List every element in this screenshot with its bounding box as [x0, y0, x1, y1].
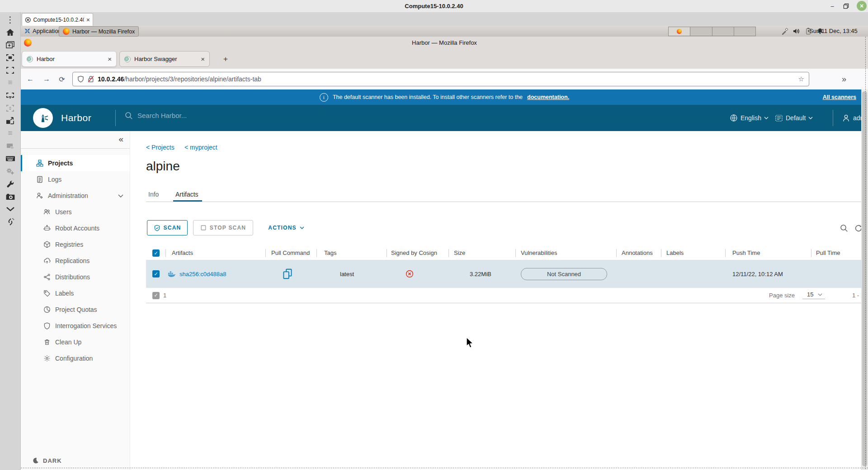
- sidebar-item-projects[interactable]: Projects: [21, 155, 130, 171]
- scaled-mode-icon[interactable]: [4, 53, 17, 62]
- scrollbar-thumb[interactable]: [862, 91, 867, 466]
- sidebar-item-project-quotas[interactable]: Project Quotas: [21, 301, 130, 318]
- kebab-menu-icon[interactable]: ⋮: [4, 15, 17, 24]
- resize-window-icon[interactable]: [4, 116, 17, 125]
- header-search[interactable]: [125, 111, 274, 120]
- search-input[interactable]: [137, 111, 274, 120]
- sidebar-item-robot-accounts[interactable]: Robot Accounts: [21, 220, 130, 236]
- window-close-button[interactable]: ×: [857, 1, 867, 11]
- camera-icon[interactable]: [4, 192, 17, 201]
- column-header[interactable]: Tags: [324, 246, 336, 260]
- browser-tab-harbor-swagger[interactable]: Harbor Swagger ×: [119, 51, 210, 67]
- row-checkbox[interactable]: ✓: [152, 260, 160, 288]
- tray-tool-icon[interactable]: [780, 27, 789, 36]
- table-footer: ✓ 1 Page size 15 1 - 1 of 1 items: [146, 288, 868, 303]
- home-icon[interactable]: [4, 28, 17, 37]
- taskbar-window-button[interactable]: Harbor — Mozilla Firefox: [59, 26, 139, 37]
- actions-dropdown-button[interactable]: ACTIONS: [266, 220, 307, 235]
- workspace-4[interactable]: [734, 27, 755, 36]
- sidebar-item-interrogation-services[interactable]: Interrogation Services: [21, 318, 130, 334]
- select-all-checkbox[interactable]: ✓: [152, 246, 160, 260]
- reload-icon[interactable]: ⟳: [56, 73, 68, 85]
- column-header[interactable]: Artifacts: [172, 246, 193, 260]
- sidebar-item-administration[interactable]: Administration: [21, 188, 130, 204]
- sidebar-item-label: Interrogation Services: [55, 322, 117, 329]
- column-header[interactable]: Push Time: [732, 246, 760, 260]
- fullscreen-icon[interactable]: [4, 66, 17, 75]
- tab-close-icon[interactable]: ×: [108, 56, 112, 62]
- column-header[interactable]: Pull Time: [816, 246, 840, 260]
- tab-artifacts[interactable]: Artifacts: [175, 191, 198, 198]
- screenshot-window-icon[interactable]: [4, 141, 17, 150]
- sidebar-item-distributions[interactable]: Distributions: [21, 269, 130, 285]
- window-restore-button[interactable]: [842, 0, 850, 12]
- tab-close-icon[interactable]: ×: [201, 56, 205, 62]
- keyboard-icon[interactable]: [4, 154, 17, 163]
- push-time-cell: 12/11/22, 10:12 AM: [732, 260, 783, 288]
- breadcrumb-myproject[interactable]: < myproject: [184, 144, 217, 151]
- preferences-gears-icon[interactable]: [4, 167, 17, 176]
- workspace-switcher[interactable]: [668, 27, 756, 36]
- tools-wrench-icon[interactable]: [4, 179, 17, 188]
- firefox-titlebar: Harbor — Mozilla Firefox –: [21, 37, 868, 49]
- sidebar-item-logs[interactable]: Logs: [21, 171, 130, 188]
- page-size-select[interactable]: 15: [802, 291, 825, 299]
- forward-icon[interactable]: →: [41, 73, 52, 85]
- sidebar-item-registries[interactable]: Registries: [21, 236, 130, 253]
- column-header[interactable]: Signed by Cosign: [391, 246, 437, 260]
- url-bar[interactable]: 10.0.2.46/harbor/projects/3/repositories…: [72, 72, 809, 86]
- sidebar-item-replications[interactable]: Replications: [21, 253, 130, 269]
- dark-theme-toggle[interactable]: DARK: [21, 454, 130, 467]
- tab-close-icon[interactable]: ×: [86, 17, 90, 23]
- stop-scan-button[interactable]: STOP SCAN: [193, 220, 253, 235]
- column-header[interactable]: Pull Command: [271, 246, 310, 260]
- shield-permissions-icon[interactable]: [77, 75, 84, 83]
- multi-monitor-icon[interactable]: [4, 91, 17, 100]
- tab-info[interactable]: Info: [148, 191, 159, 198]
- datagrid-search-icon[interactable]: [839, 223, 849, 233]
- pull-command-cell[interactable]: [283, 260, 292, 288]
- sidebar-item-configuration[interactable]: Configuration: [21, 350, 130, 367]
- harbor-logo[interactable]: [33, 108, 53, 128]
- new-tab-button[interactable]: +: [221, 54, 231, 64]
- window-minimize-button[interactable]: –: [828, 0, 836, 12]
- info-icon: i: [320, 93, 328, 102]
- brand-name[interactable]: Harbor: [61, 105, 91, 131]
- remote-connection-tab[interactable]: Compute15-10.0.2.40 ×: [22, 13, 93, 26]
- stop-icon: [200, 225, 207, 231]
- collapse-chevron-icon[interactable]: [4, 205, 17, 214]
- column-header[interactable]: Vulnerabilities: [521, 246, 557, 260]
- theme-selector[interactable]: Default: [775, 105, 813, 131]
- all-scanners-link[interactable]: All scanners: [823, 89, 856, 105]
- column-header[interactable]: Annotations: [622, 246, 653, 260]
- sidebar-item-clean-up[interactable]: Clean Up: [21, 334, 130, 350]
- scan-button[interactable]: SCAN: [147, 220, 188, 235]
- bookmark-star-icon[interactable]: ☆: [798, 75, 804, 83]
- dynamic-resolution-icon[interactable]: [4, 103, 17, 113]
- grab-handle-icon[interactable]: ≡: [4, 129, 17, 138]
- insecure-lock-icon[interactable]: [88, 75, 94, 83]
- toolbar-overflow-icon[interactable]: »: [838, 73, 850, 85]
- grab-handle-icon[interactable]: ≡: [4, 78, 17, 87]
- artifact-table-row[interactable]: ✓ sha256:c0d488a8 latest 3.22MiB Not Sca…: [146, 260, 868, 288]
- disconnect-icon[interactable]: [4, 217, 17, 226]
- workspace-1[interactable]: [669, 27, 690, 36]
- sidebar-item-labels[interactable]: Labels: [21, 285, 130, 301]
- panel-clock[interactable]: Sun 11 Dec, 13:45: [809, 26, 858, 37]
- sidebar-item-users[interactable]: Users: [21, 204, 130, 220]
- column-header[interactable]: Size: [454, 246, 465, 260]
- column-header[interactable]: Labels: [666, 246, 684, 260]
- copy-icon[interactable]: [283, 268, 292, 279]
- breadcrumb-projects[interactable]: < Projects: [146, 144, 175, 151]
- back-icon[interactable]: ←: [24, 73, 36, 85]
- workspace-3[interactable]: [712, 27, 734, 36]
- new-connection-icon[interactable]: [4, 40, 17, 49]
- collapse-sidebar-icon[interactable]: «: [118, 134, 123, 144]
- documentation-link[interactable]: documentation.: [527, 94, 569, 100]
- workspace-2[interactable]: [690, 27, 712, 36]
- browser-tab-harbor[interactable]: Harbor ×: [22, 51, 117, 67]
- tray-volume-icon[interactable]: [792, 27, 801, 36]
- language-selector[interactable]: English: [730, 105, 769, 131]
- user-icon: [842, 114, 850, 122]
- artifact-digest-link[interactable]: sha256:c0d488a8: [179, 271, 226, 277]
